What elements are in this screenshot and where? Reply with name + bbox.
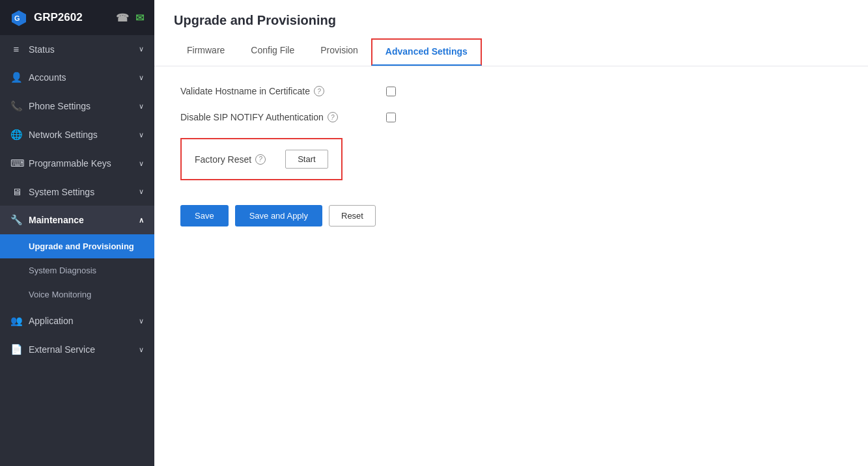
sidebar-item-programmable-keys[interactable]: ⌨ Programmable Keys ∨ (0, 149, 154, 178)
disable-sip-notify-label: Disable SIP NOTIFY Authentication ? (180, 112, 376, 122)
phone-icon[interactable]: ☎ (116, 12, 129, 24)
disable-sip-notify-help-icon[interactable]: ? (328, 112, 338, 122)
disable-sip-notify-checkbox[interactable] (386, 113, 396, 122)
sidebar-item-accounts[interactable]: 👤 Accounts ∨ (0, 63, 154, 92)
sidebar-item-label: Status (29, 44, 55, 55)
accounts-icon: 👤 (10, 72, 22, 83)
sidebar-item-label: Programmable Keys (29, 158, 111, 169)
reset-button[interactable]: Reset (329, 205, 376, 226)
sidebar-item-label: Accounts (29, 72, 66, 83)
save-button[interactable]: Save (180, 205, 229, 226)
external-service-icon: 📄 (10, 344, 22, 355)
sidebar-item-system-settings[interactable]: 🖥 System Settings ∨ (0, 178, 154, 206)
validate-hostname-row: Validate Hostname in Certificate ? (180, 86, 842, 96)
sidebar-item-label: External Service (29, 344, 95, 355)
programmable-keys-icon: ⌨ (10, 158, 22, 169)
validate-hostname-help-icon[interactable]: ? (314, 86, 324, 96)
sidebar-item-status[interactable]: ≡ Status ∨ (0, 35, 154, 63)
action-buttons: Save Save and Apply Reset (180, 205, 842, 226)
factory-reset-start-button[interactable]: Start (285, 150, 328, 169)
chevron-down-icon: ∨ (139, 102, 144, 111)
factory-reset-box: Factory Reset ? Start (180, 138, 343, 180)
header-icons: ☎ ✉ (116, 12, 144, 24)
maintenance-icon: 🔧 (10, 214, 22, 226)
sidebar-sub-label: Upgrade and Provisioning (29, 241, 134, 251)
tabs-row: Firmware Config File Provision Advanced … (174, 38, 848, 66)
status-icon: ≡ (10, 44, 22, 55)
chevron-up-icon: ∧ (139, 216, 144, 225)
app-title: GRP2602 (34, 11, 83, 24)
tab-config-file[interactable]: Config File (238, 38, 307, 66)
chevron-down-icon: ∨ (139, 317, 144, 325)
svg-text:G: G (14, 14, 20, 22)
validate-hostname-checkbox[interactable] (386, 87, 396, 96)
sidebar-header: G GRP2602 ☎ ✉ (0, 0, 154, 35)
sidebar-sub-item-system-diagnosis[interactable]: System Diagnosis (0, 258, 154, 282)
tab-firmware[interactable]: Firmware (174, 38, 238, 66)
sidebar-item-application[interactable]: 👥 Application ∨ (0, 307, 154, 335)
system-settings-icon: 🖥 (10, 186, 22, 197)
sidebar-sub-label: System Diagnosis (29, 266, 96, 275)
tab-provision[interactable]: Provision (307, 38, 371, 66)
sidebar-sub-label: Voice Monitoring (29, 290, 91, 299)
sidebar-item-label: Network Settings (29, 130, 98, 140)
factory-reset-label: Factory Reset ? (195, 154, 266, 165)
page-title: Upgrade and Provisioning (174, 13, 848, 28)
sidebar-item-phone-settings[interactable]: 📞 Phone Settings ∨ (0, 92, 154, 120)
sidebar-sub-item-voice-monitoring[interactable]: Voice Monitoring (0, 282, 154, 307)
page-header: Upgrade and Provisioning Firmware Config… (154, 0, 868, 66)
mail-icon[interactable]: ✉ (135, 12, 144, 24)
application-icon: 👥 (10, 315, 22, 327)
chevron-down-icon: ∨ (139, 45, 144, 53)
sidebar-item-label: Phone Settings (29, 101, 91, 111)
save-and-apply-button[interactable]: Save and Apply (235, 205, 322, 226)
sidebar-item-maintenance[interactable]: 🔧 Maintenance ∧ (0, 206, 154, 234)
main-content: Upgrade and Provisioning Firmware Config… (154, 0, 868, 466)
sidebar-item-network-settings[interactable]: 🌐 Network Settings ∨ (0, 120, 154, 149)
chevron-down-icon: ∨ (139, 187, 144, 196)
validate-hostname-label: Validate Hostname in Certificate ? (180, 86, 376, 96)
sidebar-sub-item-upgrade-provisioning[interactable]: Upgrade and Provisioning (0, 234, 154, 258)
chevron-down-icon: ∨ (139, 346, 144, 354)
sidebar-item-label: System Settings (29, 187, 94, 197)
disable-sip-notify-row: Disable SIP NOTIFY Authentication ? (180, 112, 842, 122)
phone-settings-icon: 📞 (10, 100, 22, 112)
chevron-down-icon: ∨ (139, 159, 144, 168)
tab-advanced-settings[interactable]: Advanced Settings (371, 38, 482, 66)
chevron-down-icon: ∨ (139, 131, 144, 139)
network-icon: 🌐 (10, 129, 22, 141)
sidebar-item-external-service[interactable]: 📄 External Service ∨ (0, 335, 154, 364)
sidebar: G GRP2602 ☎ ✉ ≡ Status ∨ 👤 Accounts ∨ 📞 … (0, 0, 154, 466)
sidebar-item-label: Maintenance (29, 215, 84, 225)
app-logo: G (10, 9, 27, 26)
factory-reset-help-icon[interactable]: ? (255, 154, 266, 165)
sidebar-item-label: Application (29, 316, 74, 326)
content-area: Validate Hostname in Certificate ? Disab… (154, 66, 868, 466)
chevron-down-icon: ∨ (139, 74, 144, 82)
